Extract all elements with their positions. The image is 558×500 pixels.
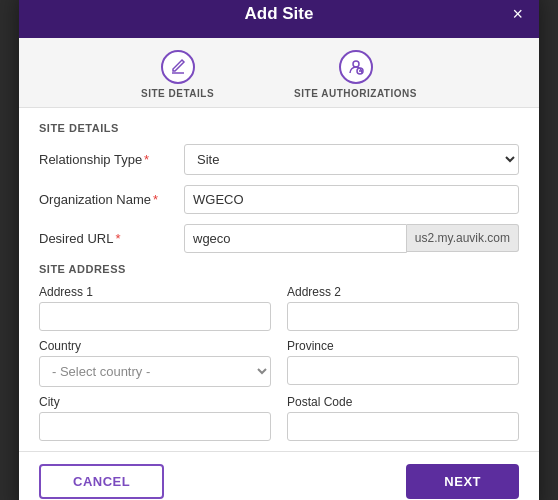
site-details-section-title: SITE DETAILS bbox=[39, 122, 519, 134]
province-input[interactable] bbox=[287, 356, 519, 385]
postal-code-label: Postal Code bbox=[287, 395, 519, 409]
address1-label: Address 1 bbox=[39, 285, 271, 299]
step-auth-label: SITE AUTHORIZATIONS bbox=[294, 88, 417, 99]
city-field: City bbox=[39, 395, 271, 441]
postal-code-input[interactable] bbox=[287, 412, 519, 441]
address1-field: Address 1 bbox=[39, 285, 271, 331]
city-input[interactable] bbox=[39, 412, 271, 441]
modal-title: Add Site bbox=[245, 4, 314, 24]
steps-bar: SITE DETAILS SITE AUTHORIZATIONS bbox=[19, 38, 539, 108]
site-address-section: SITE ADDRESS Address 1 Address 2 Country… bbox=[39, 263, 519, 441]
add-site-modal: Add Site × SITE DETAILS SITE bbox=[19, 0, 539, 500]
site-address-section-title: SITE ADDRESS bbox=[39, 263, 519, 275]
desired-url-label: Desired URL* bbox=[39, 231, 184, 246]
organization-name-input[interactable] bbox=[184, 185, 519, 214]
organization-name-label: Organization Name* bbox=[39, 192, 184, 207]
province-label: Province bbox=[287, 339, 519, 353]
next-button[interactable]: NEXT bbox=[406, 464, 519, 499]
step-details-icon bbox=[161, 50, 195, 84]
relationship-type-label: Relationship Type* bbox=[39, 152, 184, 167]
address1-input[interactable] bbox=[39, 302, 271, 331]
address2-field: Address 2 bbox=[287, 285, 519, 331]
cancel-button[interactable]: CANCEL bbox=[39, 464, 164, 499]
address2-label: Address 2 bbox=[287, 285, 519, 299]
postal-code-field: Postal Code bbox=[287, 395, 519, 441]
modal-header: Add Site × bbox=[19, 0, 539, 38]
country-select[interactable]: - Select country - Canada United States … bbox=[39, 356, 271, 387]
step-auth-icon bbox=[339, 50, 373, 84]
address-grid: Address 1 Address 2 Country - Select cou… bbox=[39, 285, 519, 441]
address2-input[interactable] bbox=[287, 302, 519, 331]
step-details-label: SITE DETAILS bbox=[141, 88, 214, 99]
desired-url-input[interactable] bbox=[184, 224, 407, 253]
desired-url-row: Desired URL* us2.my.auvik.com bbox=[39, 224, 519, 253]
step-site-authorizations[interactable]: SITE AUTHORIZATIONS bbox=[294, 50, 417, 99]
city-label: City bbox=[39, 395, 271, 409]
organization-name-row: Organization Name* bbox=[39, 185, 519, 214]
modal-footer: CANCEL NEXT bbox=[19, 451, 539, 501]
svg-point-1 bbox=[353, 61, 359, 67]
url-suffix: us2.my.auvik.com bbox=[407, 224, 519, 252]
relationship-type-select[interactable]: Site Partner Customer bbox=[184, 144, 519, 175]
url-input-group: us2.my.auvik.com bbox=[184, 224, 519, 253]
close-button[interactable]: × bbox=[512, 5, 523, 23]
province-field: Province bbox=[287, 339, 519, 387]
relationship-type-row: Relationship Type* Site Partner Customer bbox=[39, 144, 519, 175]
modal-body: SITE DETAILS Relationship Type* Site Par… bbox=[19, 108, 539, 451]
country-label: Country bbox=[39, 339, 271, 353]
step-site-details[interactable]: SITE DETAILS bbox=[141, 50, 214, 99]
country-field: Country - Select country - Canada United… bbox=[39, 339, 271, 387]
